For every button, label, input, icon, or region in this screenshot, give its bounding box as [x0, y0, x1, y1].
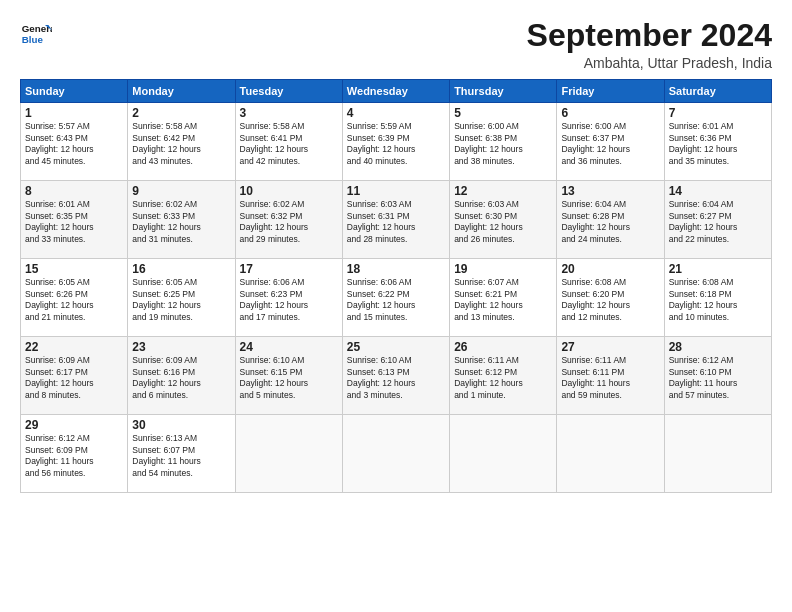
- day-info: Sunrise: 6:08 AMSunset: 6:18 PMDaylight:…: [669, 277, 767, 323]
- calendar-cell: 3Sunrise: 5:58 AMSunset: 6:41 PMDaylight…: [235, 103, 342, 181]
- day-info: Sunrise: 5:58 AMSunset: 6:41 PMDaylight:…: [240, 121, 338, 167]
- weekday-header-sunday: Sunday: [21, 80, 128, 103]
- day-info: Sunrise: 6:02 AMSunset: 6:33 PMDaylight:…: [132, 199, 230, 245]
- day-info: Sunrise: 6:03 AMSunset: 6:30 PMDaylight:…: [454, 199, 552, 245]
- day-number: 23: [132, 340, 230, 354]
- day-number: 16: [132, 262, 230, 276]
- calendar-cell: 20Sunrise: 6:08 AMSunset: 6:20 PMDayligh…: [557, 259, 664, 337]
- day-number: 14: [669, 184, 767, 198]
- day-number: 28: [669, 340, 767, 354]
- calendar-cell: 30Sunrise: 6:13 AMSunset: 6:07 PMDayligh…: [128, 415, 235, 493]
- day-info: Sunrise: 6:01 AMSunset: 6:36 PMDaylight:…: [669, 121, 767, 167]
- day-info: Sunrise: 6:02 AMSunset: 6:32 PMDaylight:…: [240, 199, 338, 245]
- calendar-cell: 11Sunrise: 6:03 AMSunset: 6:31 PMDayligh…: [342, 181, 449, 259]
- calendar-cell: [557, 415, 664, 493]
- calendar-cell: 19Sunrise: 6:07 AMSunset: 6:21 PMDayligh…: [450, 259, 557, 337]
- calendar-cell: [450, 415, 557, 493]
- day-info: Sunrise: 6:05 AMSunset: 6:25 PMDaylight:…: [132, 277, 230, 323]
- svg-text:Blue: Blue: [22, 34, 44, 45]
- day-number: 25: [347, 340, 445, 354]
- day-info: Sunrise: 6:04 AMSunset: 6:28 PMDaylight:…: [561, 199, 659, 245]
- day-number: 11: [347, 184, 445, 198]
- day-number: 22: [25, 340, 123, 354]
- day-info: Sunrise: 5:57 AMSunset: 6:43 PMDaylight:…: [25, 121, 123, 167]
- day-number: 17: [240, 262, 338, 276]
- day-info: Sunrise: 5:59 AMSunset: 6:39 PMDaylight:…: [347, 121, 445, 167]
- day-info: Sunrise: 6:03 AMSunset: 6:31 PMDaylight:…: [347, 199, 445, 245]
- weekday-header-saturday: Saturday: [664, 80, 771, 103]
- logo: General Blue: [20, 18, 52, 50]
- day-number: 30: [132, 418, 230, 432]
- week-row-5: 29Sunrise: 6:12 AMSunset: 6:09 PMDayligh…: [21, 415, 772, 493]
- calendar-cell: 15Sunrise: 6:05 AMSunset: 6:26 PMDayligh…: [21, 259, 128, 337]
- calendar-cell: 28Sunrise: 6:12 AMSunset: 6:10 PMDayligh…: [664, 337, 771, 415]
- title-block: September 2024 Ambahta, Uttar Pradesh, I…: [527, 18, 772, 71]
- day-number: 29: [25, 418, 123, 432]
- calendar-cell: 27Sunrise: 6:11 AMSunset: 6:11 PMDayligh…: [557, 337, 664, 415]
- day-number: 1: [25, 106, 123, 120]
- calendar-cell: 4Sunrise: 5:59 AMSunset: 6:39 PMDaylight…: [342, 103, 449, 181]
- calendar-cell: 14Sunrise: 6:04 AMSunset: 6:27 PMDayligh…: [664, 181, 771, 259]
- location: Ambahta, Uttar Pradesh, India: [527, 55, 772, 71]
- day-number: 21: [669, 262, 767, 276]
- day-number: 15: [25, 262, 123, 276]
- calendar-cell: 23Sunrise: 6:09 AMSunset: 6:16 PMDayligh…: [128, 337, 235, 415]
- day-info: Sunrise: 6:01 AMSunset: 6:35 PMDaylight:…: [25, 199, 123, 245]
- day-info: Sunrise: 6:12 AMSunset: 6:10 PMDaylight:…: [669, 355, 767, 401]
- day-number: 7: [669, 106, 767, 120]
- day-number: 10: [240, 184, 338, 198]
- week-row-1: 1Sunrise: 5:57 AMSunset: 6:43 PMDaylight…: [21, 103, 772, 181]
- calendar-cell: [235, 415, 342, 493]
- calendar-cell: 2Sunrise: 5:58 AMSunset: 6:42 PMDaylight…: [128, 103, 235, 181]
- day-number: 9: [132, 184, 230, 198]
- calendar-cell: 12Sunrise: 6:03 AMSunset: 6:30 PMDayligh…: [450, 181, 557, 259]
- calendar-cell: 5Sunrise: 6:00 AMSunset: 6:38 PMDaylight…: [450, 103, 557, 181]
- day-number: 4: [347, 106, 445, 120]
- day-info: Sunrise: 6:08 AMSunset: 6:20 PMDaylight:…: [561, 277, 659, 323]
- day-info: Sunrise: 6:00 AMSunset: 6:38 PMDaylight:…: [454, 121, 552, 167]
- calendar-cell: 13Sunrise: 6:04 AMSunset: 6:28 PMDayligh…: [557, 181, 664, 259]
- calendar-cell: [664, 415, 771, 493]
- day-number: 18: [347, 262, 445, 276]
- calendar-cell: 7Sunrise: 6:01 AMSunset: 6:36 PMDaylight…: [664, 103, 771, 181]
- week-row-4: 22Sunrise: 6:09 AMSunset: 6:17 PMDayligh…: [21, 337, 772, 415]
- week-row-2: 8Sunrise: 6:01 AMSunset: 6:35 PMDaylight…: [21, 181, 772, 259]
- weekday-header-thursday: Thursday: [450, 80, 557, 103]
- calendar-cell: 16Sunrise: 6:05 AMSunset: 6:25 PMDayligh…: [128, 259, 235, 337]
- calendar-cell: 21Sunrise: 6:08 AMSunset: 6:18 PMDayligh…: [664, 259, 771, 337]
- calendar-cell: 29Sunrise: 6:12 AMSunset: 6:09 PMDayligh…: [21, 415, 128, 493]
- day-number: 3: [240, 106, 338, 120]
- day-info: Sunrise: 6:06 AMSunset: 6:23 PMDaylight:…: [240, 277, 338, 323]
- calendar-cell: 8Sunrise: 6:01 AMSunset: 6:35 PMDaylight…: [21, 181, 128, 259]
- weekday-header-friday: Friday: [557, 80, 664, 103]
- calendar-cell: 1Sunrise: 5:57 AMSunset: 6:43 PMDaylight…: [21, 103, 128, 181]
- day-number: 13: [561, 184, 659, 198]
- day-info: Sunrise: 6:11 AMSunset: 6:12 PMDaylight:…: [454, 355, 552, 401]
- day-info: Sunrise: 6:09 AMSunset: 6:17 PMDaylight:…: [25, 355, 123, 401]
- day-info: Sunrise: 6:10 AMSunset: 6:13 PMDaylight:…: [347, 355, 445, 401]
- day-number: 12: [454, 184, 552, 198]
- day-number: 5: [454, 106, 552, 120]
- day-info: Sunrise: 6:12 AMSunset: 6:09 PMDaylight:…: [25, 433, 123, 479]
- calendar-cell: 18Sunrise: 6:06 AMSunset: 6:22 PMDayligh…: [342, 259, 449, 337]
- weekday-header-tuesday: Tuesday: [235, 80, 342, 103]
- day-info: Sunrise: 6:13 AMSunset: 6:07 PMDaylight:…: [132, 433, 230, 479]
- day-info: Sunrise: 6:10 AMSunset: 6:15 PMDaylight:…: [240, 355, 338, 401]
- weekday-header-row: SundayMondayTuesdayWednesdayThursdayFrid…: [21, 80, 772, 103]
- day-info: Sunrise: 6:07 AMSunset: 6:21 PMDaylight:…: [454, 277, 552, 323]
- day-number: 2: [132, 106, 230, 120]
- day-number: 26: [454, 340, 552, 354]
- calendar-cell: 24Sunrise: 6:10 AMSunset: 6:15 PMDayligh…: [235, 337, 342, 415]
- svg-text:General: General: [22, 23, 52, 34]
- calendar-cell: 9Sunrise: 6:02 AMSunset: 6:33 PMDaylight…: [128, 181, 235, 259]
- day-info: Sunrise: 6:11 AMSunset: 6:11 PMDaylight:…: [561, 355, 659, 401]
- day-info: Sunrise: 6:00 AMSunset: 6:37 PMDaylight:…: [561, 121, 659, 167]
- calendar-cell: [342, 415, 449, 493]
- month-title: September 2024: [527, 18, 772, 53]
- calendar-cell: 6Sunrise: 6:00 AMSunset: 6:37 PMDaylight…: [557, 103, 664, 181]
- day-info: Sunrise: 6:06 AMSunset: 6:22 PMDaylight:…: [347, 277, 445, 323]
- calendar-cell: 22Sunrise: 6:09 AMSunset: 6:17 PMDayligh…: [21, 337, 128, 415]
- weekday-header-monday: Monday: [128, 80, 235, 103]
- day-number: 6: [561, 106, 659, 120]
- day-number: 20: [561, 262, 659, 276]
